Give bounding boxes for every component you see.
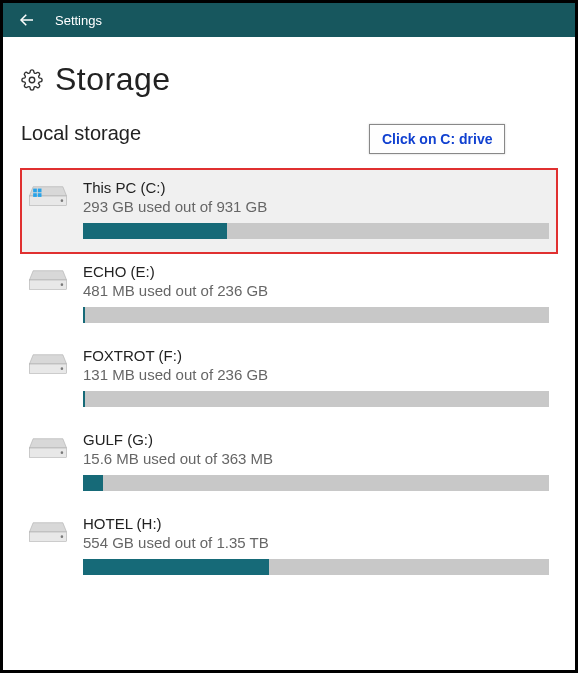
drive-item-1[interactable]: ECHO (E:)481 MB used out of 236 GB (21, 253, 557, 337)
page-content: Storage Local storage This PC (C:)293 GB… (3, 37, 575, 589)
usage-bar-fill (83, 475, 103, 491)
svg-point-14 (61, 367, 64, 370)
drive-info: FOXTROT (F:)131 MB used out of 236 GB (83, 347, 549, 407)
drive-item-2[interactable]: FOXTROT (F:)131 MB used out of 236 GB (21, 337, 557, 421)
svg-marker-18 (29, 523, 66, 532)
instruction-callout: Click on C: drive (369, 124, 505, 154)
svg-rect-6 (38, 189, 42, 193)
drive-icon (29, 435, 67, 461)
svg-point-4 (61, 199, 64, 202)
drive-icon (29, 351, 67, 377)
usage-bar (83, 223, 549, 239)
svg-rect-8 (38, 193, 42, 197)
svg-point-1 (29, 77, 35, 83)
usage-bar-fill (83, 559, 269, 575)
drive-name: FOXTROT (F:) (83, 347, 549, 364)
drive-name: This PC (C:) (83, 179, 549, 196)
drive-usage-text: 481 MB used out of 236 GB (83, 282, 549, 299)
usage-bar (83, 307, 549, 323)
svg-marker-9 (29, 271, 66, 280)
titlebar: Settings (3, 3, 575, 37)
drive-usage-text: 554 GB used out of 1.35 TB (83, 534, 549, 551)
usage-bar (83, 559, 549, 575)
drive-icon (29, 267, 67, 293)
drive-item-3[interactable]: GULF (G:)15.6 MB used out of 363 MB (21, 421, 557, 505)
svg-rect-5 (33, 189, 37, 193)
svg-marker-15 (29, 439, 66, 448)
drive-usage-text: 293 GB used out of 931 GB (83, 198, 549, 215)
drive-info: GULF (G:)15.6 MB used out of 363 MB (83, 431, 549, 491)
page-header: Storage (21, 61, 557, 98)
page-title: Storage (55, 61, 171, 98)
drive-item-0[interactable]: This PC (C:)293 GB used out of 931 GB (21, 169, 557, 253)
drive-list: This PC (C:)293 GB used out of 931 GBECH… (21, 169, 557, 589)
usage-bar (83, 391, 549, 407)
titlebar-text: Settings (55, 13, 102, 28)
drive-name: HOTEL (H:) (83, 515, 549, 532)
usage-bar-fill (83, 307, 85, 323)
drive-name: ECHO (E:) (83, 263, 549, 280)
drive-icon (29, 519, 67, 545)
drive-usage-text: 131 MB used out of 236 GB (83, 366, 549, 383)
svg-marker-12 (29, 355, 66, 364)
instruction-arrow (3, 589, 578, 673)
usage-bar-fill (83, 223, 227, 239)
gear-icon (21, 69, 43, 91)
svg-point-11 (61, 283, 64, 286)
svg-rect-7 (33, 193, 37, 197)
svg-point-20 (61, 535, 64, 538)
drive-info: HOTEL (H:)554 GB used out of 1.35 TB (83, 515, 549, 575)
callout-text: Click on C: drive (382, 131, 492, 147)
back-button[interactable] (7, 3, 47, 37)
drive-item-4[interactable]: HOTEL (H:)554 GB used out of 1.35 TB (21, 505, 557, 589)
drive-info: ECHO (E:)481 MB used out of 236 GB (83, 263, 549, 323)
usage-bar-fill (83, 391, 85, 407)
drive-info: This PC (C:)293 GB used out of 931 GB (83, 179, 549, 239)
drive-name: GULF (G:) (83, 431, 549, 448)
back-arrow-icon (18, 11, 36, 29)
svg-point-17 (61, 451, 64, 454)
drive-usage-text: 15.6 MB used out of 363 MB (83, 450, 549, 467)
drive-icon (29, 183, 67, 209)
usage-bar (83, 475, 549, 491)
